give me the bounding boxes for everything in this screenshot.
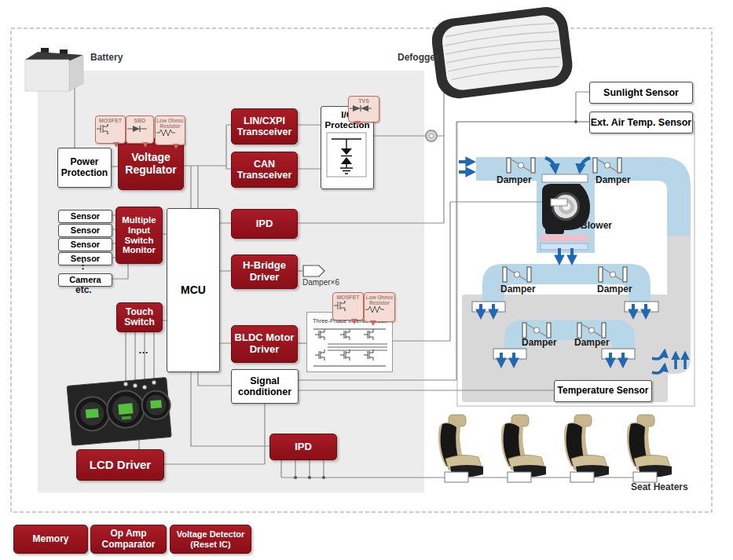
- etc-label: etc.: [75, 284, 92, 295]
- defogger-image: [430, 5, 575, 101]
- lin-cxpi-transceiver-box: LIN/CXPI Transceiver: [231, 108, 298, 145]
- mosfet-symbol-icon: [333, 301, 354, 311]
- damper-label: Damper: [500, 284, 536, 295]
- seats-image: [438, 415, 672, 478]
- lcd-driver-box: LCD Driver: [76, 449, 164, 481]
- heater-core: [541, 235, 588, 241]
- ext-air-temp-sensor-box: Ext. Air Temp. Sensor: [589, 112, 693, 134]
- mosfet-callout: MOSFET: [95, 115, 126, 144]
- temperature-sensor-box: Temperature Sensor: [554, 380, 652, 402]
- damper-label: Damper: [574, 337, 610, 348]
- multiple-input-switch-monitor-box: Multiple Input Switch Monitor: [115, 207, 163, 264]
- tvs-symbol-icon: [349, 104, 372, 113]
- memory-box: Memory: [13, 525, 88, 554]
- mcu-box: MCU: [167, 208, 220, 372]
- evaporator: [541, 243, 588, 250]
- sensor-box: Sensor: [58, 210, 112, 223]
- damper-x6-label: Damper×6: [302, 278, 339, 287]
- signal-conditioner-box: Signal conditioner: [231, 369, 299, 404]
- damper-label: Damper: [497, 174, 532, 185]
- can-transceiver-box: CAN Transceiver: [231, 152, 298, 188]
- resistor-symbol-icon: [156, 129, 178, 137]
- hvac-application-diagram: Power Protection Voltage Regulator Senso…: [0, 0, 733, 560]
- dashboard-image: [67, 377, 173, 445]
- inverter-circuit-icon: [309, 327, 390, 369]
- seat-heaters-label: Seat Heaters: [631, 481, 688, 492]
- sbd-symbol-icon: [126, 124, 148, 134]
- touch-ellipsis: …: [138, 344, 148, 356]
- damper-label: Damper: [596, 174, 631, 185]
- filter-rect: [542, 174, 588, 182]
- h-bridge-driver-box: H-Bridge Driver: [231, 254, 298, 289]
- damper-label: Damper: [522, 337, 557, 348]
- low-ohmic-resistor-callout-2: Low Ohmic Resistor: [364, 292, 395, 322]
- tvs-callout: TVS: [348, 96, 379, 123]
- defogger-label: Defogger: [398, 52, 439, 63]
- touch-switch-box: Touch Switch: [116, 302, 163, 332]
- sbd-callout: SBD: [126, 115, 154, 144]
- op-amp-comparator-box: Op Amp Comparator: [90, 525, 167, 554]
- sensor-box: Sensor: [58, 238, 112, 251]
- blower-label: Blower: [581, 220, 612, 231]
- power-protection-box: Power Protection: [57, 148, 112, 188]
- ipd-seat-box: IPD: [269, 434, 337, 460]
- ipd-box: IPD: [231, 209, 298, 239]
- damper-label: Damper: [597, 284, 632, 295]
- voltage-detector-box: Voltage Detector (Reset IC): [170, 525, 251, 554]
- mosfet-symbol-icon: [96, 124, 116, 134]
- bldc-motor-driver-box: BLDC Motor Driver: [231, 325, 298, 363]
- connector-icon: [426, 130, 437, 141]
- blower-terminal: [551, 199, 567, 206]
- sensor-ellipsis: ⋮: [78, 259, 89, 271]
- mosfet-callout-2: MOSFET: [332, 292, 364, 320]
- tvs-circuit-icon: [325, 132, 369, 182]
- sensor-box: Sensor: [58, 224, 112, 237]
- battery-label: Battery: [90, 52, 123, 63]
- resistor-symbol-icon: [365, 306, 387, 313]
- sunlight-sensor-box: Sunlight Sensor: [589, 82, 693, 104]
- low-ohmic-resistor-callout: Low Ohmic Resistor: [155, 115, 185, 145]
- battery-image: [25, 48, 83, 91]
